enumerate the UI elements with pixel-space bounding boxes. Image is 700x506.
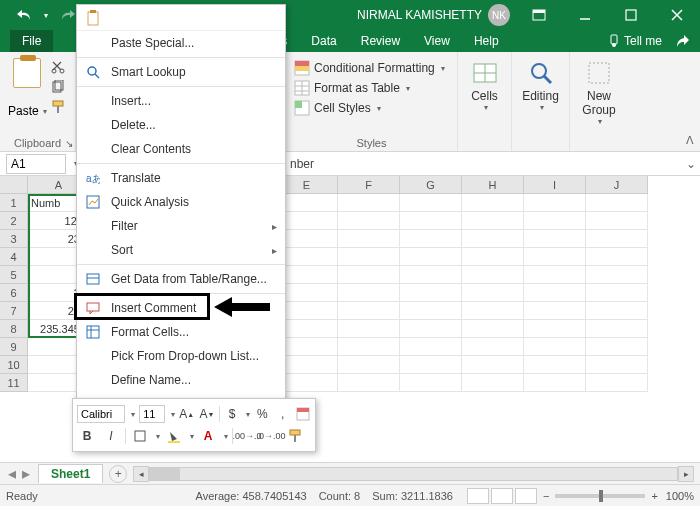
zoom-slider[interactable] [555,494,645,498]
paste-icon[interactable] [85,10,101,26]
account-avatar[interactable]: NK [488,4,510,26]
minimize-button[interactable] [562,0,608,30]
column-header[interactable]: G [400,176,462,194]
svg-rect-16 [295,66,309,71]
bold-button[interactable]: B [77,426,97,446]
column-header[interactable]: H [462,176,524,194]
mini-font-name[interactable]: Calibri [77,405,125,423]
paste-dropdown[interactable]: Paste▾ [8,104,47,118]
copy-button[interactable] [51,80,65,94]
column-header[interactable]: J [586,176,648,194]
cut-button[interactable] [51,60,65,74]
svg-point-26 [532,64,546,78]
zoom-level[interactable]: 100% [666,490,694,502]
svg-rect-46 [290,430,300,435]
tab-file[interactable]: File [10,30,53,52]
zoom-in-button[interactable]: + [651,490,657,502]
clipboard-dialog-launcher[interactable]: ↘ [65,138,73,149]
formula-bar[interactable]: nber [284,157,682,171]
format-painter-button[interactable] [51,100,65,114]
cells-group-button[interactable]: Cells▾ [466,56,503,116]
column-header[interactable]: I [524,176,586,194]
tell-me-label: Tell me [624,34,662,48]
tab-data[interactable]: Data [299,30,348,52]
table-icon [85,271,101,287]
italic-button[interactable]: I [101,426,121,446]
increase-decimal-button[interactable]: .00→.0 [237,426,257,446]
conditional-formatting-button[interactable]: Conditional Formatting▾ [294,60,449,76]
status-average: Average: 458.7405143 [196,490,307,502]
clipboard-icon [13,58,41,88]
svg-rect-37 [87,303,99,311]
decrease-decimal-button[interactable]: .0→.00 [261,426,281,446]
tab-view[interactable]: View [412,30,462,52]
select-all-button[interactable] [0,176,28,194]
sheet-nav-next[interactable]: ▸ [22,464,30,483]
format-as-table-button[interactable]: Format as Table▾ [294,80,449,96]
menu-smart-lookup[interactable]: Smart Lookup [77,60,285,84]
tell-me-search[interactable]: Tell me [607,34,662,48]
svg-text:aあ: aあ [86,173,100,184]
font-color-button[interactable]: A [198,426,218,446]
scroll-right-button[interactable]: ▸ [678,466,694,482]
page-layout-view-button[interactable] [491,488,513,504]
collapse-ribbon-button[interactable]: ᐱ [686,134,694,147]
cell-styles-button[interactable]: Cell Styles▾ [294,100,449,116]
name-box[interactable]: A1 [6,154,66,174]
conditional-formatting-mini-button[interactable] [295,404,311,424]
svg-rect-6 [611,35,617,44]
paste-button[interactable] [8,56,46,102]
menu-format-cells[interactable]: Format Cells... [77,320,285,344]
tab-help[interactable]: Help [462,30,511,52]
formula-bar-expand[interactable]: ⌄ [682,157,700,171]
menu-pick-from-list[interactable]: Pick From Drop-down List... [77,344,285,368]
status-count: Count: 8 [319,490,361,502]
mini-font-size[interactable]: 11 [139,405,164,423]
undo-dropdown-icon[interactable]: ▾ [44,11,48,20]
svg-rect-30 [90,10,96,13]
zoom-out-button[interactable]: − [543,490,549,502]
row-header[interactable]: 1 [0,194,28,212]
menu-quick-analysis[interactable]: Quick Analysis [77,190,285,214]
add-sheet-button[interactable]: + [109,465,127,483]
menu-insert[interactable]: Insert... [77,89,285,113]
column-header[interactable]: F [338,176,400,194]
menu-filter[interactable]: Filter▸ [77,214,285,238]
maximize-button[interactable] [608,0,654,30]
comma-style-button[interactable]: , [274,404,290,424]
svg-rect-35 [87,274,99,284]
normal-view-button[interactable] [467,488,489,504]
new-group-button[interactable]: New Group▾ [578,56,620,130]
borders-button[interactable] [130,426,150,446]
page-break-view-button[interactable] [515,488,537,504]
svg-rect-43 [297,408,309,412]
horizontal-scrollbar[interactable] [149,467,678,481]
menu-sort[interactable]: Sort▸ [77,238,285,262]
menu-define-name[interactable]: Define Name... [77,368,285,392]
sheet-nav-prev[interactable]: ◂ [8,464,16,483]
svg-rect-38 [87,326,99,338]
menu-delete[interactable]: Delete... [77,113,285,137]
ribbon-display-options-button[interactable] [516,0,562,30]
close-button[interactable] [654,0,700,30]
tab-review[interactable]: Review [349,30,412,52]
fill-color-button[interactable] [164,426,184,446]
format-painter-mini-button[interactable] [285,426,305,446]
share-icon[interactable] [676,34,690,48]
menu-clear-contents[interactable]: Clear Contents [77,137,285,161]
sheet-tab-active[interactable]: Sheet1 [38,464,103,483]
increase-font-size-button[interactable]: A▲ [179,404,195,424]
percent-button[interactable]: % [254,404,270,424]
editing-group-button[interactable]: Editing▾ [520,56,561,116]
svg-point-7 [612,43,616,47]
sheet-tab-strip: ◂ ▸ Sheet1 + ◂ ▸ [0,462,700,484]
decrease-font-size-button[interactable]: A▼ [199,404,215,424]
svg-rect-12 [53,101,63,106]
currency-button[interactable]: $ [224,404,240,424]
undo-button[interactable] [10,4,38,26]
menu-get-data[interactable]: Get Data from Table/Range... [77,267,285,291]
scroll-left-button[interactable]: ◂ [133,466,149,482]
menu-translate[interactable]: aあTranslate [77,166,285,190]
menu-paste-special[interactable]: Paste Special... [77,31,285,55]
context-menu: Paste Special... Smart Lookup Insert... … [76,4,286,417]
